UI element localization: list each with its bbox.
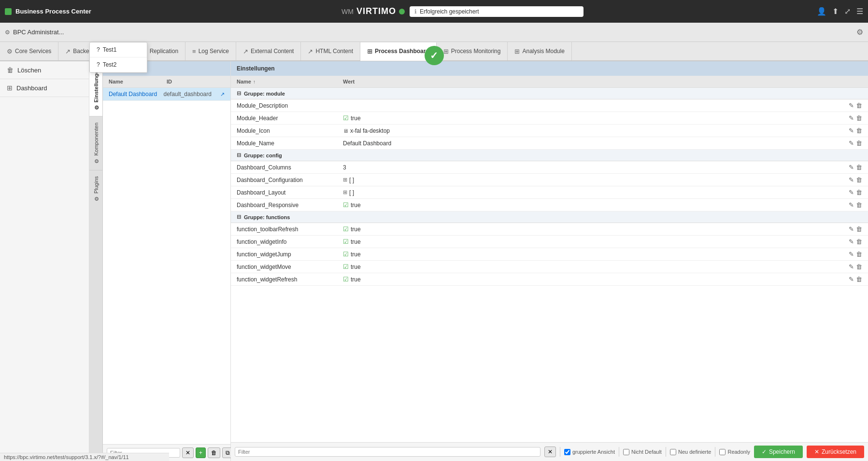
einstellungen-filter-input[interactable] [235,447,541,457]
delete-module-icon-icon[interactable]: 🗑 [856,127,862,134]
edit-function-widget-refresh-icon[interactable]: ✎ [849,276,854,283]
virtimo-text: VIRTIMO [356,6,396,16]
setting-dashboard-columns: Dashboard_Columns 3 ✎ 🗑 [231,161,868,174]
edit-function-widget-jump-icon[interactable]: ✎ [849,251,854,258]
tab-html-content[interactable]: ↗ HTML Content [301,42,360,60]
setting-name-dashboard-layout: Dashboard_Layout [237,189,343,196]
edit-module-icon-icon[interactable]: ✎ [849,127,854,134]
delete-function-widget-info-icon[interactable]: 🗑 [856,238,862,245]
user-icon[interactable]: 👤 [817,7,826,16]
share-icon[interactable]: ⬆ [832,7,839,16]
search-bar[interactable]: ℹ Erfolgreich gespeichert [410,6,583,17]
delete-dashboard-configuration-icon[interactable]: 🗑 [856,176,862,183]
reset-button[interactable]: ✕ Zurücksetzen [807,446,864,458]
grouped-view-checkbox[interactable] [564,449,570,455]
edit-dashboard-columns-icon[interactable]: ✎ [849,164,854,171]
tab-analysis-module[interactable]: ⊞ Analysis Module [508,42,571,60]
tab-core-services[interactable]: ⚙ Core Services [0,42,58,60]
grouped-view-label: gruppierte Ansicht [572,449,615,455]
tab-log-service[interactable]: ≡ Log Service [185,42,236,60]
save-button[interactable]: ✓ Speichern [754,446,803,458]
delete-dashboard-responsive-icon[interactable]: 🗑 [856,201,862,209]
collapse-config-icon[interactable]: ⊟ [237,152,241,158]
edit-dashboard-responsive-icon[interactable]: ✎ [849,201,854,209]
komponenten-clear-filter-button[interactable]: ✕ [182,447,194,458]
vertical-tabs: ⚙ Einstellungen ⚙ Komponenten ⚙ Plugins [89,61,103,461]
komponenten-row-default[interactable]: Default Dashboard default_dashboard ↗ [103,88,230,101]
collapse-module-icon[interactable]: ⊟ [237,90,241,97]
vtab-plugins[interactable]: ⚙ Plugins [89,170,102,208]
checkbox-function-widget-refresh: ☑ [343,276,349,283]
setting-function-widget-info: function_widgetInfo ☑ true ✎ 🗑 [231,236,868,248]
menu-icon[interactable]: ☰ [856,7,863,16]
setting-name-dashboard-columns: Dashboard_Columns [237,164,343,171]
maximize-icon[interactable]: ⤢ [844,7,851,16]
delete-function-toolbar-refresh-icon[interactable]: 🗑 [856,225,862,233]
setting-module-icon: Module_Icon 🖥 x-fal fa-desktop ✎ 🗑 [231,125,868,137]
komponenten-list: Default Dashboard default_dashboard ↗ [103,88,230,444]
not-default-checkbox[interactable] [623,449,629,455]
nav-item-dashboard[interactable]: ⊞ Dashboard [0,79,89,97]
tree-layout-icon: ⊞ [343,189,347,196]
tab-external-content-label: External Content [251,48,294,55]
setting-value-dashboard-columns: 3 [343,164,849,171]
einstellungen-clear-filter-button[interactable]: ✕ [544,447,556,457]
group-module: ⊟ Gruppe: module [231,88,868,99]
edit-module-name-icon[interactable]: ✎ [849,140,854,147]
admin-settings-right-icon[interactable]: ⚙ [856,28,863,37]
vtab-komponenten-label: Komponenten [93,123,99,156]
value-module-icon-text: x-fal fa-desktop [350,127,390,134]
delete-function-widget-refresh-icon[interactable]: 🗑 [856,276,862,283]
value-function-widget-refresh-text: true [351,276,361,283]
virtimo-wm-text: WM [342,8,354,15]
komponenten-panel: Komponenten Name ID Default Dashboard de… [103,61,231,461]
setting-value-dashboard-configuration: ⊞ [ ] [343,177,849,183]
edit-module-header-icon[interactable]: ✎ [849,114,854,122]
filter-tag-new-defined: Neu definierte [670,449,711,455]
delete-function-widget-move-icon[interactable]: 🗑 [856,263,862,270]
setting-value-module-name: Default Dashboard [343,140,849,147]
komponenten-add-button[interactable]: + [196,447,206,458]
checkbox-function-widget-jump: ☑ [343,251,349,258]
dropdown-test2-label: Test2 [103,61,117,68]
value-function-widget-info-text: true [351,238,361,245]
external-link-icon[interactable]: ↗ [220,91,225,98]
delete-module-header-icon[interactable]: 🗑 [856,114,862,122]
edit-function-toolbar-refresh-icon[interactable]: ✎ [849,225,854,233]
edit-dashboard-layout-icon[interactable]: ✎ [849,189,854,196]
collapse-functions-icon[interactable]: ⊟ [237,214,241,220]
setting-name-function-toolbar-refresh: function_toolbarRefresh [237,226,343,233]
group-functions: ⊟ Gruppe: functions [231,211,868,223]
delete-module-description-icon[interactable]: 🗑 [856,102,862,109]
nav-item-loeschen[interactable]: 🗑 Löschen [0,61,89,79]
dropdown-test2-icon: ? [97,61,100,68]
dropdown-item-test2[interactable]: ? Test2 [90,57,147,72]
vtab-komponenten[interactable]: ⚙ Komponenten [89,116,102,170]
sort-icon[interactable]: ↑ [253,79,256,84]
dropdown-overlay: ? Test1 ? Test2 [89,42,147,73]
edit-function-widget-move-icon[interactable]: ✎ [849,263,854,270]
admin-settings-icon: ⚙ [5,29,10,36]
delete-dashboard-layout-icon[interactable]: 🗑 [856,189,862,196]
edit-function-widget-info-icon[interactable]: ✎ [849,238,854,245]
dropdown-item-test1[interactable]: ? Test1 [90,42,147,57]
delete-function-widget-jump-icon[interactable]: 🗑 [856,251,862,258]
komponenten-delete-button[interactable]: 🗑 [208,447,220,458]
dropdown-test1-label: Test1 [103,46,117,53]
tab-process-monitoring[interactable]: ⊞ Process Monitoring [437,42,508,60]
edit-module-description-icon[interactable]: ✎ [849,102,854,109]
readonly-checkbox[interactable] [719,449,726,455]
komponenten-col-id: ID [167,79,225,84]
setting-name-function-widget-info: function_widgetInfo [237,238,343,245]
delete-module-name-icon[interactable]: 🗑 [856,140,862,147]
footer-divider-4 [715,447,715,457]
setting-value-function-widget-jump: ☑ true [343,251,849,258]
delete-dashboard-columns-icon[interactable]: 🗑 [856,164,862,171]
vtab-komponenten-icon: ⚙ [93,158,99,164]
new-defined-checkbox[interactable] [670,449,676,455]
tab-external-content[interactable]: ↗ External Content [236,42,301,60]
edit-dashboard-configuration-icon[interactable]: ✎ [849,176,854,183]
footer-divider-2 [619,447,619,457]
admin-bar-title: BPC Administrat... [13,28,64,36]
success-check-icon: ✓ [425,46,444,65]
